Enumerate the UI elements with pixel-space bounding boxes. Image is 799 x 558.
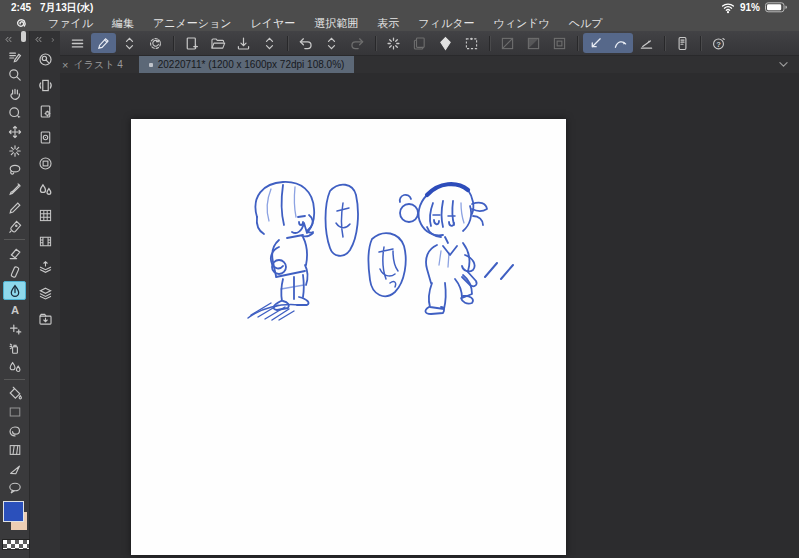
close-tab-button[interactable]: × <box>60 59 73 71</box>
tab-active-document[interactable]: 20220711* (1200 x 1600px 72dpi 108.0%) <box>139 56 355 73</box>
palette-layer[interactable] <box>32 280 58 306</box>
eraser-fill-button[interactable] <box>433 33 458 53</box>
tool-move[interactable] <box>2 122 27 141</box>
tool-palette-menu-button[interactable] <box>2 46 27 65</box>
dock-scrollbar[interactable] <box>21 31 26 42</box>
palette-color-set[interactable] <box>32 202 58 228</box>
tool-balloon[interactable] <box>2 478 27 497</box>
palette-material[interactable] <box>32 228 58 254</box>
palette-quick-zoom[interactable] <box>32 46 58 72</box>
solid-kite-eraser-icon <box>437 35 454 52</box>
palette-color-mixing[interactable] <box>32 176 58 202</box>
invert-selection-button[interactable] <box>521 33 546 53</box>
tool-eraser-soft[interactable] <box>2 262 27 281</box>
menu-item-edit[interactable]: 編集 <box>112 16 134 31</box>
open-file-button[interactable] <box>205 33 230 53</box>
menu-item-layer[interactable]: レイヤー <box>251 16 296 31</box>
status-time: 2:45 <box>11 2 31 13</box>
companion-device-button[interactable] <box>670 33 695 53</box>
brush-size-icon <box>37 129 54 146</box>
tool-divider <box>4 239 25 240</box>
tool-object[interactable] <box>2 141 27 160</box>
redo-button[interactable] <box>345 33 370 53</box>
color-swatches <box>1 501 29 553</box>
tool-airbrush[interactable] <box>2 338 27 357</box>
tool-pen[interactable] <box>2 217 27 236</box>
color-circle-icon <box>37 155 54 172</box>
save-expand-button[interactable] <box>257 33 282 53</box>
copy-button[interactable] <box>407 33 432 53</box>
undo-expand-button[interactable] <box>319 33 344 53</box>
clip-studio-paint-logo[interactable] <box>13 15 31 32</box>
tab-overflow-button[interactable] <box>777 58 790 71</box>
new-canvas-button[interactable] <box>179 33 204 53</box>
transparent-color-swatch[interactable] <box>2 539 30 550</box>
menu-item-selection[interactable]: 選択範囲 <box>314 16 358 31</box>
wand-burst-icon <box>7 143 23 159</box>
canvas-workspace[interactable] <box>60 73 799 558</box>
menu-item-filter[interactable]: フィルター <box>418 16 474 31</box>
tool-eraser[interactable] <box>2 243 27 262</box>
palette-brush-size[interactable] <box>32 124 58 150</box>
menu-item-window[interactable]: ウィンドウ <box>493 16 549 31</box>
tab-illustration-4[interactable]: イラスト 4 <box>73 58 138 72</box>
tool-text[interactable] <box>2 300 27 319</box>
collapse-left-icon[interactable] <box>33 34 44 45</box>
palette-layer-property[interactable] <box>32 254 58 280</box>
menu-item-file[interactable]: ファイル <box>48 16 93 31</box>
expand-right-icon[interactable] <box>49 35 57 45</box>
filter-burst-button[interactable] <box>381 33 406 53</box>
tool-zoom[interactable] <box>2 65 27 84</box>
chevron-down-icon <box>777 58 790 71</box>
selection-area-button[interactable] <box>547 33 572 53</box>
toolbar-separator <box>287 36 288 51</box>
import-folder-icon <box>37 311 54 328</box>
tool-watercolor[interactable] <box>2 357 27 376</box>
battery-percent: 91% <box>740 2 760 13</box>
pen-nib-icon <box>7 219 23 235</box>
tool-polyline[interactable] <box>2 459 27 478</box>
tool-decoration[interactable] <box>2 421 27 440</box>
tool-pencil[interactable] <box>2 198 27 217</box>
undo-button[interactable] <box>293 33 318 53</box>
help-button[interactable] <box>706 33 731 53</box>
palette-tool-property[interactable] <box>32 98 58 124</box>
snap-to-curve-button[interactable] <box>608 33 633 53</box>
menu-item-animation[interactable]: アニメーション <box>153 16 232 31</box>
stylus-mode-button[interactable] <box>91 33 116 53</box>
canvas-tab-bar: × イラスト 4 20220711* (1200 x 1600px 72dpi … <box>60 56 799 73</box>
tool-pan[interactable] <box>2 84 27 103</box>
snap-to-special-ruler-button[interactable] <box>634 33 659 53</box>
menu-item-help[interactable]: ヘルプ <box>569 16 603 31</box>
soft-eraser-icon <box>7 264 23 280</box>
sub-tool-icon <box>37 77 54 94</box>
gesture-settings-button[interactable] <box>143 33 168 53</box>
toolbar-separator <box>700 36 701 51</box>
tool-figure[interactable] <box>2 319 27 338</box>
toolbar-menu-button[interactable] <box>65 33 90 53</box>
tool-fill[interactable] <box>2 383 27 402</box>
stylus-expand-button[interactable] <box>117 33 142 53</box>
transform-button[interactable] <box>459 33 484 53</box>
tool-gradient[interactable] <box>2 402 27 421</box>
document-canvas[interactable] <box>131 119 566 555</box>
chevron-updown-icon <box>121 35 138 52</box>
deselect-button[interactable] <box>495 33 520 53</box>
snap-to-ruler-button[interactable] <box>583 33 608 53</box>
palette-import[interactable] <box>32 306 58 332</box>
tool-blend-selected[interactable] <box>3 281 26 300</box>
wifi-icon <box>721 2 735 14</box>
tool-rotate-canvas[interactable] <box>2 103 27 122</box>
tool-eyedropper[interactable] <box>2 179 27 198</box>
tool-lasso[interactable] <box>2 160 27 179</box>
foreground-color-swatch[interactable] <box>3 501 24 522</box>
save-button[interactable] <box>231 33 256 53</box>
tool-frame-border[interactable] <box>2 440 27 459</box>
menu-item-view[interactable]: 表示 <box>377 16 399 31</box>
toolbar-separator <box>375 36 376 51</box>
help-icon <box>710 35 727 52</box>
palette-sub-tool[interactable] <box>32 72 58 98</box>
palette-color-circle[interactable] <box>32 150 58 176</box>
move-icon <box>7 124 23 140</box>
collapse-left-icon[interactable] <box>3 34 14 45</box>
